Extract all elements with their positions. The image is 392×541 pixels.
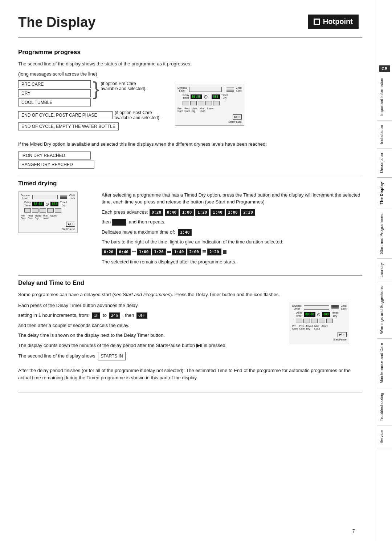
bar-set-4 [223,250,226,254]
divider-line [224,87,224,92]
sidebar-item-important: Important Information [377,73,392,121]
bars-text: The bars to the right of the time, light… [102,238,362,246]
machine-buttons-row [183,101,242,105]
selected-time-text: The selected time remains displayed afte… [102,258,362,266]
timed-drying-section: Timed drying DrynessLevel [18,176,362,269]
child-lock-label: ChildLock [236,86,242,93]
prog-intro-1: The second line of the display shows the… [18,60,362,68]
fan-symbol: ⊙ [204,94,208,100]
d-fan: ⊙ [317,312,320,317]
delay-section: Delay and Time to End Some programmes ca… [18,275,362,381]
tb-120: 1:20 [152,249,166,255]
d-bar2 [331,306,339,307]
btn-2 [190,101,197,105]
page-number: 7 [352,528,355,534]
d-display-2: 888 [322,312,330,317]
t-timed-dry: TimedDry [60,201,67,207]
machine-inner-2: DrynessLevel ChildLock [21,194,75,231]
bar-line-3b [203,251,206,252]
pre-care-label: PRE CARE [18,80,91,88]
t-child-lock: ChildLock [69,194,75,200]
display-block: 88:88 [191,94,202,99]
t-btn1 [24,208,31,213]
t-btn3 [40,208,46,213]
pre-care-labels: PRE CARE DRY COOL TUMBLE [18,80,91,106]
start-pause-btn: ▶II ○ [233,114,242,120]
d-bars-group [331,305,339,309]
display-block-2: 888 [212,94,220,99]
d-mini: MiniLoad [314,325,320,330]
time-220: 2:20 [241,209,255,216]
delay-divider [18,275,362,276]
t-start-row: ▶II ○ [21,222,75,227]
btn-3 [198,101,204,105]
prog-intro-2: (long messages scroll across the line) [18,70,362,78]
bottom-divider [18,392,362,392]
starts-in-row: The second line of the display shows STA… [18,352,279,360]
hotpoint-logo: Hotpoint [308,15,359,29]
d-btn4 [319,319,325,323]
prog-label-pre: PreCare [177,107,183,112]
bar1 [226,88,234,88]
t-bar1 [60,195,67,195]
sidebar-item-programmes: Start and Programmes [377,209,392,259]
timed-text-col: After selecting a programme that has a T… [102,191,362,269]
bar-line-4a [223,250,226,251]
sidebar-item-troubleshooting: Troubleshooting [377,388,392,426]
prog-label-alarm: Alarm [207,107,213,112]
t-btn2 [32,208,38,213]
programme-progress-heading: Programme progress [18,49,362,56]
tb-100: 1:00 [137,249,151,255]
btn-5 [213,101,220,105]
time-bars-row: 0:20 0:40 1:00 1:20 1:40 2:00 [102,249,362,255]
d-dryness-label: DrynessLevel [292,304,302,311]
timed-para1: After selecting a programme that has a T… [102,191,362,206]
timed-two-col: DrynessLevel ChildLock [18,191,362,269]
machine-diagram-1: DrynessLevel ChildLock [175,84,244,126]
t-btn5 [55,208,61,213]
bar-set-3 [203,250,206,253]
start-row: ▶II ○ [177,114,242,120]
end-of-cycle-note: (if option Post Careavailable and select… [115,110,160,120]
t-level-bar [32,195,58,199]
btn-1 [183,101,189,105]
machine-wrapper-2: DrynessLevel ChildLock [18,191,78,233]
d-bar4 [331,308,339,309]
bar2 [226,89,234,89]
bar-line-3a [203,250,206,251]
top-divider [18,37,362,38]
to-value: 24h [109,312,120,319]
mixed-dry-text: If the Mixed Dry option is available and… [18,141,362,148]
pre-care-note: (if option Pre Careavailable and selecte… [101,81,146,91]
machine-middle-row: DelayTimer 88:88 ⊙ 888 TimedDry [183,94,242,100]
timed-drying-heading: Timed drying [18,180,362,187]
d-btn2 [303,319,310,323]
time-200: 2:00 [226,209,240,216]
tb-020: 0:20 [102,249,116,255]
delay-two-col: Each press of the Delay Timer button adv… [18,302,362,364]
t-btn4 [47,208,54,213]
machine-inner-1: DrynessLevel ChildLock [177,86,242,123]
d-btn3 [311,319,318,323]
advances-text: Each press advances: 0:20 0:40 1:00 1:20… [102,209,362,216]
brace-container: } [92,80,99,97]
d-level-bar [304,305,329,310]
then-repeats: then , and then repeats. [102,218,362,226]
time-120: 1:20 [195,209,209,216]
hanger-dry-label: HANGER DRY REACHED [18,161,94,169]
t-post: PostCare [28,214,33,219]
gb-badge: GB [379,65,390,72]
cool-tumble-label: COOL TUMBLE [18,98,91,106]
d-machine-row1: DrynessLevel ChildLock [292,304,347,311]
end-of-cycle-row: END OF CYCLE, POST CARE PHASE (if option… [18,110,160,120]
d-btn1 [296,319,302,323]
bar-line-4c [223,252,226,253]
programme-progress-section: Programme progress The second line of th… [18,49,362,169]
bar-set-1 [132,251,136,252]
d-display: 88:88 [304,312,315,317]
from-value: 1h [92,312,100,319]
delay-para1: Some programmes can have a delayed start… [18,291,362,298]
start-pause-text: Start/Pause [177,121,242,123]
sidebar-item-description: Description [377,149,392,178]
sidebar-item-installation: Installation [377,121,392,149]
